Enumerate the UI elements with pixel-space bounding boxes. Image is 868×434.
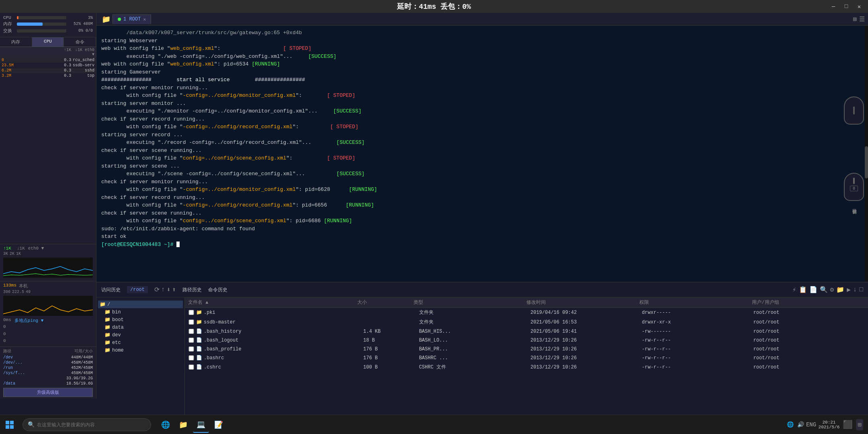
notifications-button[interactable]: ⬛ <box>843 420 853 430</box>
col-type[interactable]: 类型 <box>414 299 526 306</box>
tab-close-button[interactable]: ✕ <box>143 16 146 23</box>
file-checkbox[interactable] <box>188 338 194 343</box>
taskbar-app-notepad[interactable]: 📝 <box>211 417 227 433</box>
paste-icon[interactable]: 📄 <box>809 286 817 294</box>
file-size: 176 B <box>363 346 419 352</box>
list-item[interactable]: 📄.bash_history 1.4 KB BASH_HIS... 2021/0… <box>185 327 868 336</box>
taskbar-app-terminal[interactable]: 💻 <box>193 417 209 433</box>
menu-button[interactable]: ☰ <box>859 15 865 23</box>
file-manager-icon[interactable]: 📁 <box>100 14 113 25</box>
taskbar-app-explorer[interactable]: 📁 <box>175 417 191 433</box>
play-icon[interactable]: ▶ <box>847 286 851 294</box>
start-button[interactable] <box>0 415 19 434</box>
tab-memory[interactable]: 内存 <box>0 37 32 47</box>
file-list-header: 文件名 ▲ 大小 类型 修改时间 权限 用户/用户组 <box>185 297 868 308</box>
term-line: /data/k007/k007_server/trunk/src/gw/gate… <box>101 29 863 37</box>
list-item[interactable]: 📄.bashrc 176 B BASHRC ... 2013/12/29 10:… <box>185 354 868 362</box>
network-tray-icon[interactable]: 🌐 <box>786 421 794 429</box>
list-item[interactable]: 📁ssdb-master 文件夹 2021/05/06 16:53 drwxr-… <box>185 317 868 327</box>
list-item[interactable]: 📁.pki 文件夹 2019/04/16 09:42 drwxr----- ro… <box>185 308 868 317</box>
copy-icon[interactable]: 📋 <box>799 286 807 294</box>
search-icon[interactable]: 🔍 <box>820 286 828 294</box>
col-size[interactable]: 大小 <box>357 299 414 306</box>
file-checkbox[interactable] <box>188 319 194 325</box>
dir-item-root[interactable]: 📁 / <box>98 301 183 308</box>
list-item[interactable]: 📄.cshrc 100 B CSHRC 文件 2013/12/29 10:26 … <box>185 362 868 372</box>
folder-icon: 📁 <box>104 324 111 330</box>
dir-item-boot[interactable]: 📁 boot <box>98 316 183 323</box>
taskbar-search[interactable]: 🔍 <box>23 418 151 431</box>
scrollbar-thumb[interactable] <box>865 146 868 178</box>
list-item[interactable]: 📄.bash_profile 176 B BASH_PR... 2013/12/… <box>185 345 868 354</box>
session-dot <box>118 18 121 21</box>
ping-value: 133ms <box>3 283 16 289</box>
left-panel: CPU 3% 内存 52% 480M 交换 0% 0/0 内存 CPU 命令 <box>0 13 96 399</box>
volume-tray-icon[interactable]: 🔊 <box>797 421 805 429</box>
download-icon[interactable]: ⬇ <box>167 286 171 294</box>
dir-item-data[interactable]: 📁 data <box>98 323 183 331</box>
dir-item-etc[interactable]: 📁 etc <box>98 339 183 346</box>
dir-etc-label: etc <box>112 340 121 346</box>
mouse-icon-2: 0 <box>844 173 864 201</box>
cmd-history-button[interactable]: 命令历史 <box>208 287 227 293</box>
col-name[interactable]: 文件名 ▲ <box>188 299 357 306</box>
file-checkbox[interactable] <box>188 355 194 360</box>
close-button[interactable]: ✕ <box>854 2 864 11</box>
dir-item-home[interactable]: 📁 home <box>98 346 183 354</box>
file-type: CSHRC 文件 <box>419 364 530 371</box>
folder-icon[interactable]: 📁 <box>836 286 844 294</box>
file-type: BASH_HIS... <box>419 329 530 334</box>
current-path[interactable]: /root <box>127 286 148 293</box>
upload2-icon[interactable]: ⬆ <box>172 286 176 294</box>
switch-window-panel: 0 切换窗口 <box>844 173 864 206</box>
col-owner[interactable]: 用户/用户组 <box>752 299 865 306</box>
col-modified[interactable]: 修改时间 <box>526 299 639 306</box>
system-clock[interactable]: 20:21 2021/5/6 <box>819 420 840 430</box>
term-line: starting server monitor ... <box>101 100 863 108</box>
refresh-icon[interactable]: ⟳ <box>154 286 160 294</box>
visit-history-button[interactable]: 访问历史 <box>101 287 121 293</box>
file-list: 文件名 ▲ 大小 类型 修改时间 权限 用户/用户组 📁.pki 文件夹 201… <box>185 297 868 434</box>
dir-item-bin[interactable]: 📁 bin <box>98 308 183 316</box>
file-modified: 2019/04/16 09:42 <box>530 310 642 315</box>
ping-local: 本机 <box>19 283 28 289</box>
maximize-button[interactable]: □ <box>841 2 851 11</box>
svg-rect-2 <box>6 425 9 429</box>
directory-tree: 📁 / 📁 bin 📁 boot 📁 data 📁 dev 📁 etc 📁 ho… <box>96 297 185 434</box>
path-history-button[interactable]: 路径历史 <box>182 287 202 293</box>
session-tab[interactable]: 1 ROOT ✕ <box>113 14 151 24</box>
mem-value: 52% 480M <box>69 22 93 26</box>
settings-icon[interactable]: ⚙ <box>830 286 834 294</box>
tab-command[interactable]: 命令 <box>64 37 96 47</box>
dir-dev-label: dev <box>112 332 121 338</box>
file-checkbox[interactable] <box>188 310 194 315</box>
upgrade-button[interactable]: 升级高级版 <box>3 388 93 397</box>
process-header: ↑1K ↓1K eth0 ▼ <box>0 47 96 57</box>
tab-cpu[interactable]: CPU <box>32 37 64 47</box>
upload-icon[interactable]: ↑ <box>161 286 165 293</box>
terminal[interactable]: /data/k007/k007_server/trunk/src/gw/gate… <box>96 26 868 281</box>
file-checkbox[interactable] <box>188 329 194 334</box>
multiping-label[interactable]: 多地点ping ▼ <box>14 317 44 323</box>
file-checkbox[interactable] <box>188 364 194 370</box>
grid-view-button[interactable]: ⊞ <box>853 15 857 23</box>
term-line: with config file "-config=../config/reco… <box>101 201 863 209</box>
net-down-label: ↓1K <box>17 246 25 251</box>
dir-item-dev[interactable]: 📁 dev <box>98 331 183 339</box>
col-permissions[interactable]: 权限 <box>639 299 752 306</box>
keyboard-icon[interactable]: ENG <box>807 421 815 429</box>
process-tabs[interactable]: 内存 CPU 命令 <box>0 37 96 47</box>
list-item[interactable]: 📄.bash_logout 18 B BASH_LO... 2013/12/29… <box>185 336 868 345</box>
svg-rect-1 <box>10 421 14 424</box>
quick-settings-button[interactable]: ⊞ <box>856 419 863 430</box>
lightning-icon[interactable]: ⚡ <box>792 286 796 294</box>
down-icon[interactable]: ↓ <box>853 286 857 293</box>
clock-time: 20:21 <box>819 420 840 425</box>
file-checkbox[interactable] <box>188 346 194 352</box>
taskbar-app-edge[interactable]: 🌐 <box>158 417 174 433</box>
window-icon[interactable]: □ <box>859 286 863 293</box>
terminal-scrollbar[interactable] <box>865 26 868 281</box>
minimize-button[interactable]: — <box>829 2 838 11</box>
search-input[interactable] <box>37 422 146 428</box>
file-permissions: -rw-r--r-- <box>642 355 753 361</box>
